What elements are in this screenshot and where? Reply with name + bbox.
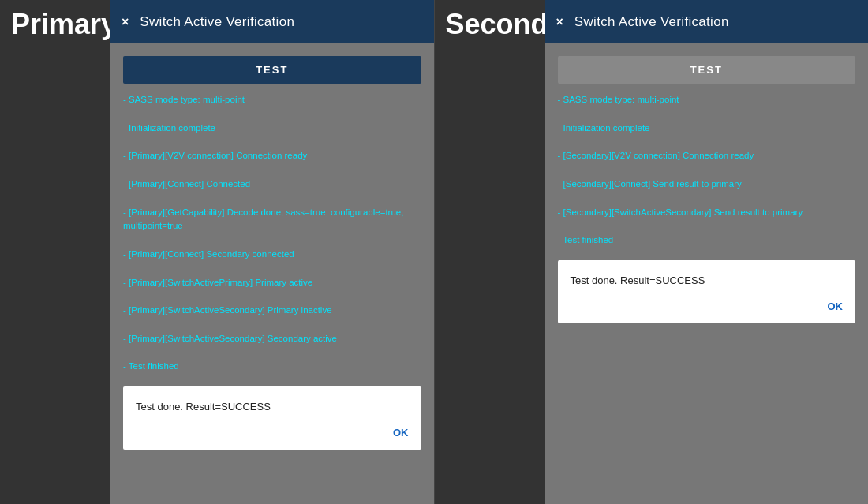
log-line: - [Primary][GetCapability] Decode done, …: [123, 206, 421, 234]
secondary-dialog: Test done. Result=SUCCESS OK: [558, 260, 856, 323]
primary-dialog: Test done. Result=SUCCESS OK: [123, 386, 421, 450]
primary-screen-header: × Switch Active Verification: [110, 0, 434, 43]
log-line: - [Primary][SwitchActiveSecondary] Secon…: [123, 332, 421, 346]
log-line: - SASS mode type: multi-point: [123, 93, 421, 107]
log-line: - Initialization complete: [558, 121, 856, 136]
log-line: - [Primary][Connect] Connected: [123, 177, 421, 192]
secondary-screen-body: TEST - SASS mode type: multi-point - Ini…: [545, 43, 869, 504]
log-line: - Test finished: [123, 360, 421, 374]
secondary-close-button[interactable]: ×: [556, 15, 563, 29]
secondary-screen: × Switch Active Verification TEST - SASS…: [545, 0, 869, 504]
primary-log-area: - SASS mode type: multi-point - Initiali…: [123, 93, 421, 374]
log-line: - [Primary][SwitchActiveSecondary] Prima…: [123, 304, 421, 318]
log-line: - Test finished: [558, 233, 856, 248]
log-line: - [Primary][V2V connection] Connection r…: [123, 149, 421, 163]
primary-close-button[interactable]: ×: [122, 15, 129, 29]
primary-header-title: Switch Active Verification: [140, 14, 294, 30]
primary-screen-body: TEST - SASS mode type: multi-point - Ini…: [110, 43, 434, 504]
secondary-header-title: Switch Active Verification: [574, 14, 729, 30]
primary-test-button[interactable]: TEST: [123, 56, 421, 84]
log-line: - [Secondary][Connect] Send result to pr…: [558, 177, 856, 192]
log-line: - [Primary][Connect] Secondary connected: [123, 248, 421, 262]
primary-dialog-text: Test done. Result=SUCCESS: [136, 401, 409, 413]
primary-screen: × Switch Active Verification TEST - SASS…: [110, 0, 434, 504]
primary-dialog-ok-button[interactable]: OK: [136, 427, 409, 442]
primary-panel: Primary × Switch Active Verification TES…: [0, 0, 434, 504]
log-line: - Initialization complete: [123, 121, 421, 136]
secondary-dialog-text: Test done. Result=SUCCESS: [571, 274, 844, 286]
secondary-test-button[interactable]: TEST: [558, 56, 856, 84]
secondary-dialog-ok-button[interactable]: OK: [571, 301, 844, 315]
secondary-panel: Secondary × Switch Active Verification T…: [435, 0, 869, 504]
secondary-screen-header: × Switch Active Verification: [545, 0, 869, 43]
secondary-log-area: - SASS mode type: multi-point - Initiali…: [558, 93, 856, 248]
primary-label: Primary: [0, 0, 110, 504]
log-line: - SASS mode type: multi-point: [558, 93, 856, 107]
log-line: - [Secondary][SwitchActiveSecondary] Sen…: [558, 206, 856, 220]
log-line: - [Primary][SwitchActivePrimary] Primary…: [123, 276, 421, 290]
log-line: - [Secondary][V2V connection] Connection…: [558, 149, 856, 163]
secondary-label: Secondary: [435, 0, 545, 504]
